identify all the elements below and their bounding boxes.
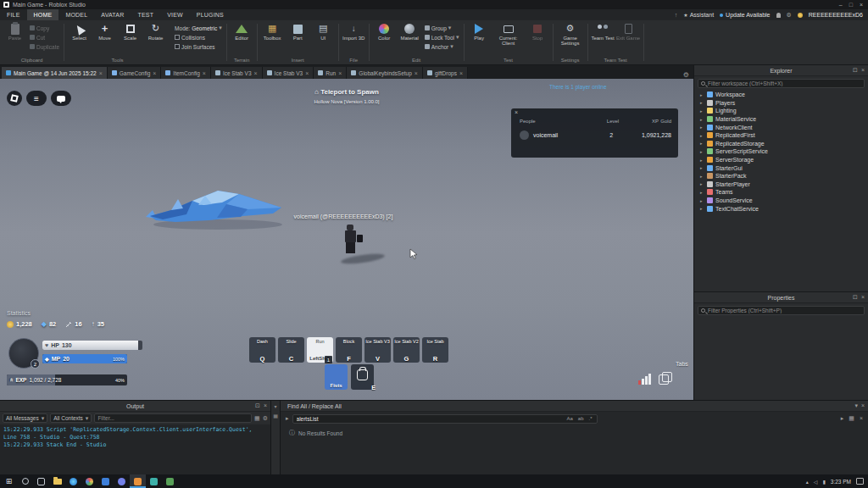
chevron-down-icon[interactable] [274, 403, 276, 409]
terrain-editor-button[interactable]: Editor [230, 21, 254, 41]
close-tab-icon[interactable] [99, 70, 103, 76]
close-icon[interactable] [515, 109, 518, 115]
assistant-button[interactable]: ★ Assistant [683, 12, 714, 18]
paste-button[interactable]: Paste [3, 21, 27, 41]
properties-filter-input[interactable] [708, 308, 861, 313]
anchor-button[interactable]: Anchor [423, 42, 461, 51]
notification-center-icon[interactable] [856, 478, 864, 485]
collisions-checkbox[interactable]: Collisions [173, 33, 224, 42]
doc-tab-globalkeybindssetup[interactable]: GlobalKeybindsSetup [347, 67, 423, 79]
part-button[interactable]: Part [286, 21, 310, 41]
doc-tab-run[interactable]: Run [314, 67, 347, 79]
close-tab-icon[interactable] [203, 70, 206, 76]
explorer-item-server-script-service[interactable]: ServerScriptService [694, 147, 868, 156]
chrome-app[interactable] [81, 474, 97, 488]
cut-button[interactable]: Cut [28, 33, 61, 42]
app-green[interactable] [162, 474, 178, 488]
maximize-icon[interactable] [849, 2, 853, 8]
material-button[interactable]: Material [398, 21, 422, 41]
task-view-button[interactable] [33, 474, 49, 488]
scale-tool-button[interactable]: Scale [118, 21, 142, 41]
word-wrap-icon[interactable] [254, 415, 260, 422]
dock-icon[interactable] [853, 67, 858, 74]
mode-dropdown[interactable]: Mode: Geometric [173, 24, 224, 32]
ice-crystal-model[interactable] [146, 182, 286, 231]
log-entry[interactable]: 15:22:29.933 Stack End - Studio [3, 441, 267, 449]
tab-file[interactable]: FILE [0, 9, 27, 20]
output-settings-icon[interactable] [263, 415, 268, 422]
edge-app[interactable] [65, 474, 81, 488]
ability-slot-ice-stab[interactable]: Ice Stab R [422, 337, 448, 363]
publish-icon[interactable] [675, 12, 678, 18]
move-tool-button[interactable]: Move [92, 21, 117, 41]
ability-slot-block[interactable]: Block F [336, 337, 362, 363]
expand-arrow-icon[interactable] [700, 190, 704, 195]
ability-slot-dash[interactable]: Dash Q [249, 337, 275, 363]
contexts-filter-dropdown[interactable]: All Contexts [50, 413, 92, 423]
explorer-item-workspace[interactable]: Workspace [694, 91, 868, 99]
expand-arrow-icon[interactable] [700, 92, 704, 97]
doc-tab-itemconfig[interactable]: ItemConfig [161, 67, 211, 79]
expand-arrow-icon[interactable] [700, 108, 704, 114]
join-surfaces-checkbox[interactable]: Join Surfaces [173, 42, 224, 51]
doc-tab-main-game[interactable]: Main Game @ 14 Jun 2025 15:22 [2, 67, 108, 79]
expand-arrow-icon[interactable] [700, 100, 704, 105]
test-mode-dropdown[interactable]: Current: Client [492, 21, 525, 47]
copy-button[interactable]: Copy [28, 24, 61, 32]
explorer-filter[interactable] [698, 79, 865, 88]
tab-plugins[interactable]: PLUGINS [190, 9, 231, 20]
network-icon[interactable]: ▮ [822, 479, 825, 485]
discord-app[interactable] [114, 474, 130, 488]
tab-settings-gear-icon[interactable] [679, 71, 693, 79]
roblox-studio-app[interactable] [130, 474, 146, 488]
rotate-tool-button[interactable]: Rotate [143, 21, 168, 41]
tab-home[interactable]: HOME [27, 9, 59, 20]
explorer-item-server-storage[interactable]: ServerStorage [694, 156, 868, 164]
doc-tab-ice-stab-v3-b[interactable]: Ice Stab V3 [263, 67, 314, 79]
settings-gear-icon[interactable] [787, 12, 792, 19]
app-blue[interactable] [97, 474, 114, 488]
notifications-bell-icon[interactable] [776, 13, 781, 18]
explorer-item-players[interactable]: Players [694, 99, 868, 108]
game-settings-button[interactable]: Game Settings [556, 21, 585, 47]
tab-avatar[interactable]: AVATAR [94, 9, 131, 20]
backpack-slot[interactable]: E [351, 364, 374, 390]
ability-slot-ice-stab-v3[interactable]: Ice Stab V3 V [364, 337, 391, 363]
duplicate-button[interactable]: Duplicate [28, 42, 61, 51]
toolbox-button[interactable]: Toolbox [260, 21, 285, 41]
messages-filter-dropdown[interactable]: All Messages [3, 413, 47, 423]
find-search-input[interactable] [297, 416, 563, 422]
tabs-panel-icon[interactable] [659, 374, 669, 385]
expand-replace-icon[interactable] [286, 415, 289, 422]
clear-search-icon[interactable] [860, 415, 863, 422]
player-character[interactable] [337, 225, 388, 265]
close-tab-icon[interactable] [305, 70, 309, 76]
clock[interactable]: 3:23 PM [831, 479, 851, 485]
explorer-item-material-service[interactable]: MaterialService [694, 115, 868, 124]
expand-arrow-icon[interactable] [700, 198, 704, 203]
explorer-filter-input[interactable] [708, 80, 861, 86]
tray-expand-icon[interactable]: ▴ [806, 479, 809, 485]
update-available-button[interactable]: Update Available [720, 12, 770, 18]
username[interactable]: REEEEEEEEEExD6 [809, 12, 863, 18]
weapon-slot-fists[interactable]: 1 Fists [325, 364, 348, 390]
close-icon[interactable] [861, 294, 865, 301]
group-button[interactable]: Group [423, 24, 461, 32]
close-tab-icon[interactable] [415, 70, 418, 76]
leaderboard-chart-icon[interactable] [638, 374, 651, 385]
start-button[interactable]: ⊞ [1, 474, 17, 488]
tab-model[interactable]: MODEL [58, 9, 94, 20]
close-icon[interactable] [861, 67, 865, 74]
taskbar-search-button[interactable] [17, 474, 33, 488]
tab-view[interactable]: VIEW [160, 9, 190, 20]
expand-arrow-icon[interactable] [700, 165, 704, 170]
expand-arrow-icon[interactable] [700, 181, 704, 186]
file-explorer-app[interactable] [49, 474, 65, 488]
expand-arrow-icon[interactable] [700, 206, 704, 211]
log-entry[interactable]: 15:22:29.933 Script 'ReplicatedStorage.C… [3, 426, 267, 441]
expand-arrow-icon[interactable] [700, 174, 704, 179]
import-3d-button[interactable]: Import 3D [342, 21, 366, 41]
tab-test[interactable]: TEST [131, 9, 160, 20]
currency-coin-icon[interactable] [798, 13, 803, 18]
explorer-item-starter-pack[interactable]: StarterPack [694, 172, 868, 180]
